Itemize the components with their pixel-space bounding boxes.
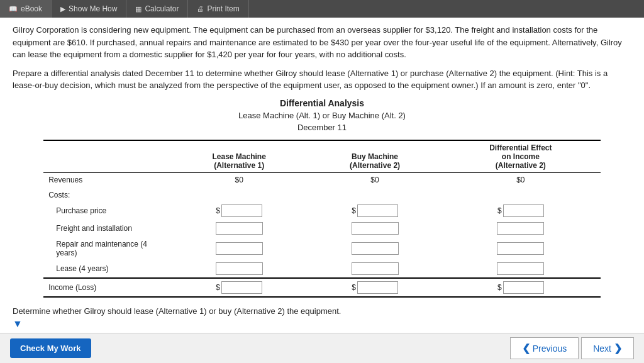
purchase-price-input-buy[interactable] (357, 204, 398, 217)
dollar-sign: $ (352, 206, 356, 215)
revenues-value-lease: $0 (169, 172, 309, 187)
chevron-left-icon: ❮ (522, 342, 530, 354)
income-loss-input-diff[interactable] (503, 281, 544, 294)
repair-row: Repair and maintenance (4 years) (43, 237, 601, 260)
lease-cell-lease (169, 260, 309, 278)
col-header-empty (43, 140, 169, 173)
purchase-price-input-diff[interactable] (503, 204, 544, 217)
col-header-buy: Buy Machine(Alternative 2) (309, 140, 441, 173)
repair-cell-lease (169, 237, 309, 260)
purchase-price-cell-buy: $ (309, 202, 441, 220)
revenues-label: Revenues (43, 172, 169, 187)
tab-show-me-how[interactable]: ▶ Show Me How (52, 0, 126, 18)
col-header-lease: Lease Machine(Alternative 1) (169, 140, 309, 173)
freight-input-diff[interactable] (497, 222, 544, 235)
repair-input-diff[interactable] (497, 242, 544, 255)
purchase-price-input-lease[interactable] (221, 204, 262, 217)
chevron-right-icon: ❯ (614, 342, 622, 354)
col-header-diff: Differential Effecton Income(Alternative… (441, 140, 601, 173)
purchase-price-cell-diff: $ (441, 202, 601, 220)
income-loss-cell-diff: $ (441, 278, 601, 297)
determine-text: Determine whether Gilroy should lease (A… (13, 306, 631, 316)
freight-label: Freight and installation (43, 220, 169, 237)
problem-paragraph1: Gilroy Corporation is considering new eq… (13, 24, 631, 61)
lease-input-buy[interactable] (352, 262, 399, 275)
costs-section-row: Costs: (43, 187, 601, 202)
revenues-row: Revenues $0 $0 $0 (43, 172, 601, 187)
play-icon: ▶ (60, 5, 65, 13)
previous-button[interactable]: ❮ Previous (510, 337, 579, 359)
freight-cell-lease (169, 220, 309, 237)
repair-input-buy[interactable] (352, 242, 399, 255)
next-button[interactable]: Next ❯ (581, 337, 634, 359)
revenues-value-buy: $0 (309, 172, 441, 187)
bottom-bar: Check My Work ❮ Previous Next ❯ (0, 333, 644, 363)
analysis-title: Differential Analysis (13, 98, 631, 108)
income-loss-label: Income (Loss) (43, 278, 169, 297)
navigation-buttons: ❮ Previous Next ❯ (510, 337, 634, 359)
lease-input-diff[interactable] (497, 262, 544, 275)
freight-input-buy[interactable] (352, 222, 399, 235)
tab-print-item[interactable]: 🖨 Print Item (188, 0, 248, 18)
repair-input-lease[interactable] (216, 242, 263, 255)
purchase-price-row: Purchase price $ $ $ (43, 202, 601, 220)
costs-label: Costs: (43, 187, 169, 202)
lease-input-lease[interactable] (216, 262, 263, 275)
dollar-sign: $ (216, 206, 220, 215)
dollar-sign: $ (216, 283, 220, 292)
income-loss-cell-buy: $ (309, 278, 441, 297)
freight-cell-buy (309, 220, 441, 237)
freight-row: Freight and installation (43, 220, 601, 237)
calculator-icon: ▦ (135, 5, 142, 13)
ebook-icon: 📖 (9, 5, 18, 13)
dollar-sign: $ (497, 283, 502, 292)
dollar-sign: $ (352, 283, 356, 292)
income-loss-row: Income (Loss) $ $ $ (43, 278, 601, 297)
differential-analysis-table: Lease Machine(Alternative 1) Buy Machine… (43, 140, 601, 298)
purchase-price-label: Purchase price (43, 202, 169, 220)
check-my-work-button[interactable]: Check My Work (10, 338, 91, 358)
repair-cell-buy (309, 237, 441, 260)
main-content: Gilroy Corporation is considering new eq… (0, 18, 644, 333)
freight-cell-diff (441, 220, 601, 237)
repair-cell-diff (441, 237, 601, 260)
lease-row: Lease (4 years) (43, 260, 601, 278)
income-loss-cell-lease: $ (169, 278, 309, 297)
income-loss-input-lease[interactable] (221, 281, 262, 294)
revenues-value-diff: $0 (441, 172, 601, 187)
dollar-sign: $ (497, 206, 502, 215)
freight-input-lease[interactable] (216, 222, 263, 235)
tab-ebook[interactable]: 📖 eBook (0, 0, 52, 18)
repair-label: Repair and maintenance (4 years) (43, 237, 169, 260)
analysis-date: December 11 (13, 123, 631, 132)
lease-cell-buy (309, 260, 441, 278)
lease-cell-diff (441, 260, 601, 278)
tab-calculator[interactable]: ▦ Calculator (126, 0, 188, 18)
lease-label: Lease (4 years) (43, 260, 169, 278)
income-loss-input-buy[interactable] (357, 281, 398, 294)
dropdown-arrow-icon[interactable]: ▼ (13, 318, 631, 330)
purchase-price-cell-lease: $ (169, 202, 309, 220)
problem-paragraph2: Prepare a differential analysis dated De… (13, 67, 631, 92)
print-icon: 🖨 (197, 5, 204, 13)
analysis-subtitle: Lease Machine (Alt. 1) or Buy Machine (A… (13, 111, 631, 120)
tab-bar: 📖 eBook ▶ Show Me How ▦ Calculator 🖨 Pri… (0, 0, 644, 18)
